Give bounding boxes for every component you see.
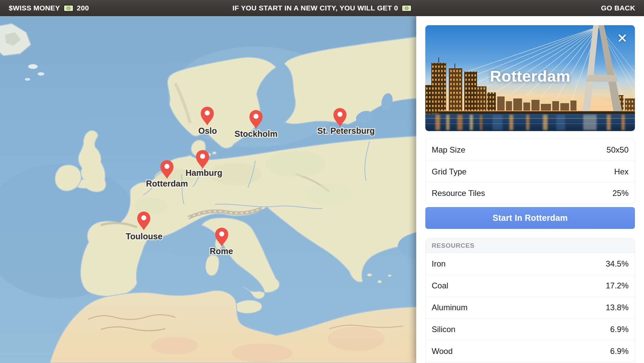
stat-value: 50x50 xyxy=(607,145,629,155)
top-bar: $WISS MONEY 200 IF YOU START IN A NEW CI… xyxy=(0,0,644,16)
map-label-hamburg: Hamburg xyxy=(185,168,222,177)
stat-label: Map Size xyxy=(432,145,465,155)
stat-label: Grid Type xyxy=(432,167,467,176)
city-name-title: Rotterdam xyxy=(425,67,635,85)
stat-row: Resource Tiles25% xyxy=(426,182,635,204)
map-label-st-petersburg: St. Petersburg xyxy=(317,126,375,135)
game-screen: $WISS MONEY 200 IF YOU START IN A NEW CI… xyxy=(0,0,644,363)
map-label-rotterdam: Rotterdam xyxy=(146,179,188,188)
resource-name: Aluminum xyxy=(432,303,468,312)
stat-row: Grid TypeHex xyxy=(426,161,635,182)
new-city-message: IF YOU START IN A NEW CITY, YOU WILL GET… xyxy=(232,0,412,16)
resource-row: Wood6.9% xyxy=(426,340,635,362)
landmass-ireland xyxy=(55,165,81,191)
resource-name: Coal xyxy=(432,281,448,290)
resource-name: Silicon xyxy=(432,325,456,334)
city-stats-card: Map Size50x50Grid TypeHexResource Tiles2… xyxy=(425,139,635,204)
map-label-stockholm: Stockholm xyxy=(234,129,277,138)
stat-value: 25% xyxy=(612,189,629,198)
resource-value: 34.5% xyxy=(606,259,629,269)
resource-name: Wood xyxy=(432,347,453,356)
money-display: $WISS MONEY 200 xyxy=(9,4,89,12)
resource-row: Coal17.2% xyxy=(426,275,635,296)
resource-row: Silicon6.9% xyxy=(426,318,635,340)
europe-map[interactable]: OsloStockholmSt. PetersburgHamburgRotter… xyxy=(0,16,420,363)
resource-row: Aluminum13.8% xyxy=(426,296,635,318)
start-in-city-button[interactable]: Start In Rotterdam xyxy=(425,207,635,229)
city-photo: Rotterdam ✕ xyxy=(425,25,635,131)
resources-list: Iron34.5%Coal17.2%Aluminum13.8%Silicon6.… xyxy=(426,253,635,362)
resources-card: RESOURCES Iron34.5%Coal17.2%Aluminum13.8… xyxy=(425,238,635,363)
city-panel: Rotterdam ✕ Map Size50x50Grid TypeHexRes… xyxy=(416,16,644,363)
money-amount: 200 xyxy=(77,4,89,12)
map-label-rome: Rome xyxy=(210,246,233,256)
close-icon[interactable]: ✕ xyxy=(617,32,628,45)
resource-name: Iron xyxy=(432,259,445,269)
resource-value: 17.2% xyxy=(606,281,629,290)
stat-label: Resource Tiles xyxy=(432,189,485,198)
go-back-button[interactable]: GO BACK xyxy=(601,4,635,12)
map-label-toulouse: Toulouse xyxy=(126,232,162,241)
stat-value: Hex xyxy=(614,167,629,176)
stats-list: Map Size50x50Grid TypeHexResource Tiles2… xyxy=(426,139,635,204)
money-label: $WISS MONEY xyxy=(9,4,60,12)
banknote-icon xyxy=(401,5,412,12)
banknote-icon xyxy=(63,5,74,12)
map-label-oslo: Oslo xyxy=(198,126,217,135)
resource-value: 13.8% xyxy=(606,303,629,312)
stat-row: Map Size50x50 xyxy=(426,139,635,161)
resources-header: RESOURCES xyxy=(426,239,635,253)
resource-row: Iron34.5% xyxy=(426,253,635,275)
resource-value: 6.9% xyxy=(610,325,629,334)
resource-value: 6.9% xyxy=(610,347,629,356)
